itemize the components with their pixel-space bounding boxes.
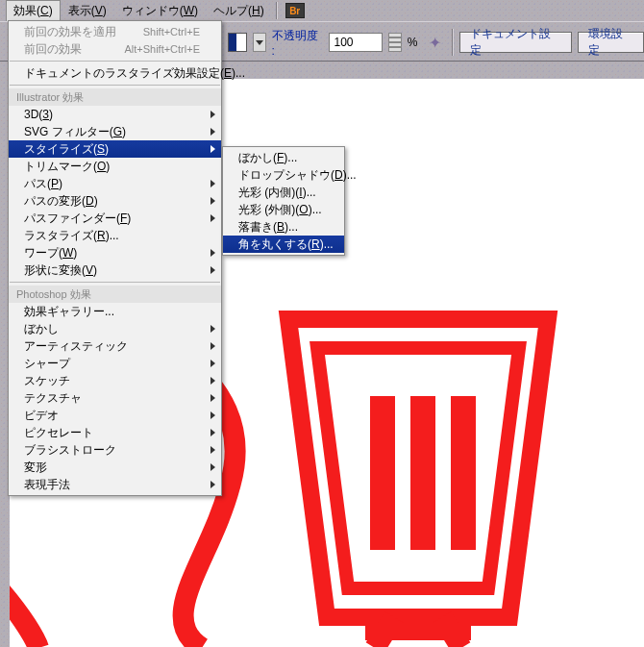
menu-item-artistic[interactable]: アーティスティック <box>9 337 221 355</box>
menu-item-rasterize[interactable]: ラスタライズ(R)... <box>9 227 221 244</box>
menu-view[interactable]: 表示(V) <box>61 0 114 22</box>
menubar-separator <box>276 2 278 19</box>
menu-item-stylize[interactable]: スタイライズ(S) <box>9 140 221 158</box>
menu-section-photoshop: Photoshop 効果 <box>9 286 221 303</box>
opacity-stepper[interactable] <box>388 33 402 52</box>
submenu-item-drop-shadow[interactable]: ドロップシャドウ(D)... <box>223 166 344 184</box>
menu-item-effect-gallery[interactable]: 効果ギャラリー... <box>9 303 221 320</box>
opacity-label: 不透明度 : <box>272 28 324 58</box>
menu-section-illustrator: Illustrator 効果 <box>9 88 221 106</box>
brush-swatch[interactable] <box>228 33 247 52</box>
effects-menu: 前回の効果を適用Shift+Ctrl+E 前回の効果Alt+Shift+Ctrl… <box>8 20 222 496</box>
menu-item-raster-settings[interactable]: ドキュメントのラスタライズ効果設定(E)... <box>9 64 221 82</box>
menu-item-video[interactable]: ビデオ <box>9 407 221 424</box>
menu-item-brush-strokes[interactable]: ブラシストローク <box>9 441 221 459</box>
menu-item-pixelate[interactable]: ピクセレート <box>9 424 221 441</box>
submenu-item-outer-glow[interactable]: 光彩 (外側)(O)... <box>223 201 344 218</box>
submenu-item-scribble[interactable]: 落書き(B)... <box>223 218 344 236</box>
menu-item-trim-marks[interactable]: トリムマーク(O) <box>9 158 221 175</box>
menu-item-3d[interactable]: 3D(3) <box>9 106 221 123</box>
menu-item-convert-shape[interactable]: 形状に変換(V) <box>9 261 221 279</box>
bridge-button[interactable]: Br <box>285 3 305 18</box>
menu-item-path[interactable]: パス(P) <box>9 175 221 192</box>
submenu-item-round-corners[interactable]: 角を丸くする(R)... <box>223 236 344 253</box>
opacity-field[interactable]: 100 <box>329 33 382 52</box>
toolbar-separator <box>452 29 454 56</box>
brush-dropdown[interactable] <box>253 33 266 52</box>
menu-item-texture[interactable]: テクスチャ <box>9 389 221 407</box>
menu-item-distort[interactable]: パスの変形(D) <box>9 192 221 210</box>
opacity-unit: % <box>408 36 418 49</box>
menu-item-svg-filters[interactable]: SVG フィルター(G) <box>9 123 221 140</box>
menu-window[interactable]: ウィンドウ(W) <box>114 0 206 22</box>
wand-icon[interactable]: ✦ <box>423 32 446 53</box>
menu-item-sketch[interactable]: スケッチ <box>9 372 221 389</box>
environment-settings-button[interactable]: 環境設定 <box>578 32 644 53</box>
menu-item-blur[interactable]: ぼかし <box>9 320 221 337</box>
menu-item-stylize-ps[interactable]: 表現手法 <box>9 476 221 493</box>
menu-item-apply-last-effect[interactable]: 前回の効果を適用Shift+Ctrl+E <box>9 23 221 40</box>
submenu-item-inner-glow[interactable]: 光彩 (内側)(I)... <box>223 184 344 201</box>
menu-item-distort-ps[interactable]: 変形 <box>9 459 221 476</box>
menu-item-pathfinder[interactable]: パスファインダー(F) <box>9 210 221 227</box>
menu-item-last-effect[interactable]: 前回の効果Alt+Shift+Ctrl+E <box>9 40 221 58</box>
stylize-submenu: ぼかし(F)... ドロップシャドウ(D)... 光彩 (内側)(I)... 光… <box>222 146 345 256</box>
submenu-item-feather[interactable]: ぼかし(F)... <box>223 149 344 166</box>
document-settings-button[interactable]: ドキュメント設定 <box>459 32 572 53</box>
menu-item-warp[interactable]: ワープ(W) <box>9 244 221 261</box>
menu-help[interactable]: ヘルプ(H) <box>206 0 272 22</box>
ruler-area <box>222 62 644 78</box>
menu-effects[interactable]: 効果(C) <box>6 0 61 22</box>
menu-item-sharpen[interactable]: シャープ <box>9 355 221 372</box>
menubar: 効果(C) 表示(V) ウィンドウ(W) ヘルプ(H) Br <box>0 0 644 21</box>
